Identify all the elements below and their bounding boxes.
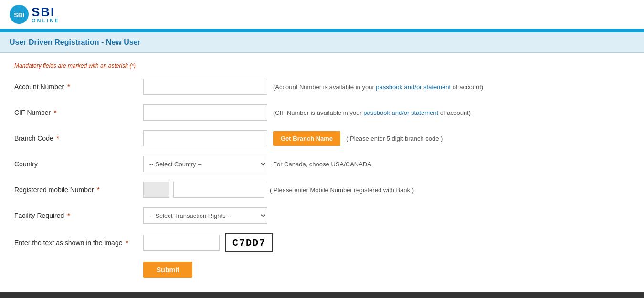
country-hint: For Canada, choose USA/CANADA — [273, 161, 371, 168]
captcha-label: Enter the text as shown in the image * — [14, 239, 143, 247]
cif-number-input-area: (CIF Number is available in your passboo… — [143, 104, 630, 121]
branch-code-input-area: Get Branch Name ( Please enter 5 digit b… — [143, 130, 630, 146]
country-input-area: -- Select Country -- USA/CANADA India Un… — [143, 156, 630, 172]
mobile-number-row: Registered mobile Number * ( Please ente… — [14, 182, 630, 198]
cif-number-label: CIF Number * — [14, 109, 143, 116]
captcha-input-area: C7DD7 — [143, 233, 630, 252]
branch-code-hint: ( Please enter 5 digit branch code ) — [346, 135, 443, 142]
account-number-input[interactable] — [143, 79, 267, 95]
captcha-image: C7DD7 — [225, 233, 273, 252]
submit-row: Submit — [14, 262, 630, 278]
mobile-country-code-input[interactable] — [143, 182, 169, 198]
page-title-bar: User Driven Registration - New User — [0, 32, 644, 53]
mobile-number-input[interactable] — [173, 182, 264, 198]
account-number-label: Account Number * — [14, 83, 143, 91]
logo-text: SBI ONLINE — [32, 6, 60, 23]
mobile-number-hint: ( Please enter Mobile Number registered … — [270, 186, 414, 194]
branch-code-row: Branch Code * Get Branch Name ( Please e… — [14, 130, 630, 146]
cif-number-hint: (CIF Number is available in your passboo… — [273, 109, 471, 116]
facility-required-select[interactable]: -- Select Transaction Rights -- View Onl… — [143, 207, 267, 224]
country-select[interactable]: -- Select Country -- USA/CANADA India Un… — [143, 156, 267, 172]
account-number-hint: (Account Number is available in your pas… — [273, 83, 483, 91]
mobile-number-input-area: ( Please enter Mobile Number registered … — [143, 182, 630, 198]
country-row: Country -- Select Country -- USA/CANADA … — [14, 156, 630, 172]
mandatory-note: Mandatory fields are marked with an aste… — [14, 62, 630, 69]
facility-required-row: Facility Required * -- Select Transactio… — [14, 207, 630, 224]
header: SBI SBI ONLINE — [0, 0, 644, 30]
branch-code-label: Branch Code * — [14, 134, 143, 142]
logo-container: SBI SBI ONLINE — [10, 5, 60, 24]
branch-code-input[interactable] — [143, 130, 267, 146]
cif-number-row: CIF Number * (CIF Number is available in… — [14, 104, 630, 121]
get-branch-name-button[interactable]: Get Branch Name — [273, 131, 340, 146]
logo-sbi-text: SBI — [32, 6, 60, 18]
cif-number-input[interactable] — [143, 104, 267, 121]
submit-button[interactable]: Submit — [143, 262, 192, 278]
svg-text:SBI: SBI — [14, 11, 24, 19]
logo-online-text: ONLINE — [32, 18, 60, 23]
footer: © State Bank of India Privacy Statement … — [0, 292, 644, 298]
captcha-row: Enter the text as shown in the image * C… — [14, 233, 630, 252]
mobile-number-label: Registered mobile Number * — [14, 186, 143, 194]
country-label: Country — [14, 160, 143, 168]
main-content: Mandatory fields are marked with an aste… — [0, 53, 644, 292]
sbi-logo-icon: SBI — [10, 5, 29, 24]
mobile-inputs-group — [143, 182, 264, 198]
captcha-text-input[interactable] — [143, 235, 220, 251]
account-number-input-area: (Account Number is available in your pas… — [143, 79, 630, 95]
account-number-row: Account Number * (Account Number is avai… — [14, 79, 630, 95]
facility-required-input-area: -- Select Transaction Rights -- View Onl… — [143, 207, 630, 224]
page-title: User Driven Registration - New User — [10, 38, 634, 47]
facility-required-label: Facility Required * — [14, 212, 143, 219]
